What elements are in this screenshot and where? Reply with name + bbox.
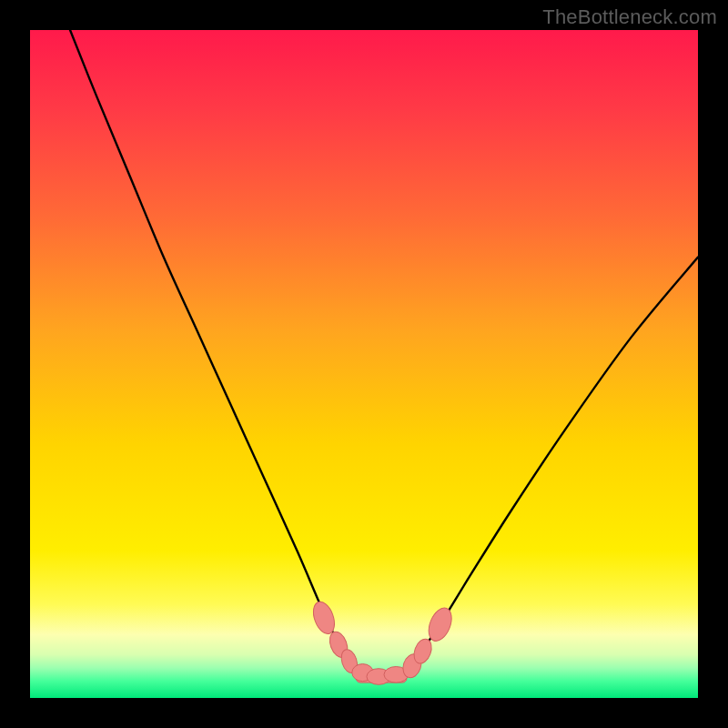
plot-area	[30, 30, 698, 698]
gradient-background	[30, 30, 698, 698]
bottleneck-chart	[30, 30, 698, 698]
watermark-text: TheBottleneck.com	[542, 5, 717, 29]
chart-frame: TheBottleneck.com	[0, 0, 728, 728]
